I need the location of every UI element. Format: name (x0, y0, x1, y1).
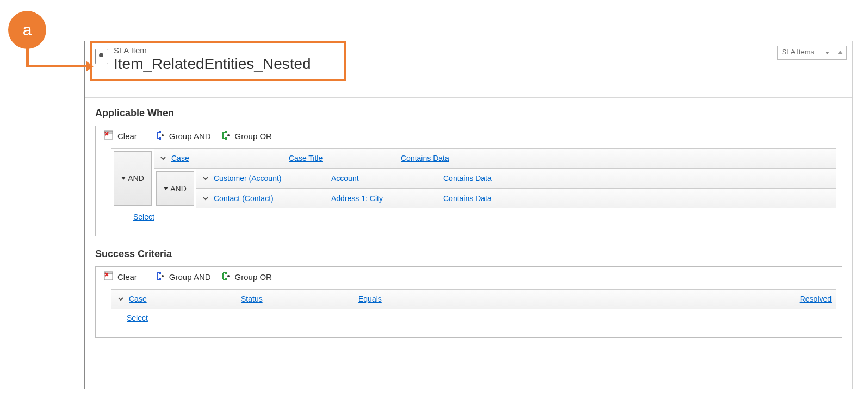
svg-rect-10 (159, 272, 161, 274)
applicable-rules: AND Case Case Title Contains Data (111, 148, 836, 226)
svg-rect-14 (225, 278, 227, 280)
group-and-label: Group AND (169, 272, 211, 282)
operator-link[interactable]: Contains Data (401, 154, 832, 162)
svg-rect-2 (159, 131, 161, 133)
form-panel: SLA Item Item_RelatedEntities_Nested SLA… (84, 41, 853, 389)
record-icon (95, 49, 108, 64)
form-header: SLA Item Item_RelatedEntities_Nested SLA… (85, 41, 852, 81)
svg-rect-5 (225, 131, 227, 133)
select-link[interactable]: Select (127, 314, 148, 322)
callout-badge: a (8, 11, 46, 49)
select-link[interactable]: Select (133, 212, 154, 221)
svg-point-12 (162, 275, 164, 277)
svg-rect-11 (159, 278, 161, 280)
entity-link[interactable]: Contact (Contact) (214, 194, 328, 203)
attribute-link[interactable]: Case Title (289, 154, 398, 162)
attribute-link[interactable]: Account (331, 174, 440, 183)
success-rules: Case Status Equals Resolved Select (111, 289, 836, 327)
rule-row: Case Case Title Contains Data (154, 149, 836, 168)
callout-label: a (23, 21, 32, 39)
expand-button[interactable] (201, 195, 210, 202)
outer-operator-label: AND (128, 174, 144, 183)
toolbar-separator (146, 130, 146, 141)
nested-and-operator[interactable]: AND (156, 171, 194, 206)
operator-link[interactable]: Contains Data (443, 174, 832, 183)
select-row: Select (111, 309, 836, 327)
section-title-applicable: Applicable When (95, 108, 842, 119)
clear-button[interactable]: Clear (100, 129, 140, 143)
attribute-link[interactable]: Address 1: City (331, 194, 440, 203)
callout-arrow (26, 47, 87, 67)
expand-button[interactable] (116, 296, 126, 302)
toolbar-separator (146, 271, 146, 282)
svg-rect-6 (225, 138, 227, 140)
nested-operator-label: AND (170, 184, 187, 193)
group-or-label: Group OR (235, 132, 272, 141)
group-or-icon (221, 271, 232, 283)
record-title: Item_RelatedEntities_Nested (114, 55, 311, 73)
group-or-button[interactable]: Group OR (218, 270, 275, 284)
breadcrumb-dropdown-label[interactable]: SLA Items (778, 46, 834, 59)
dropdown-caret-icon (164, 187, 168, 190)
title-highlight-box: SLA Item Item_RelatedEntities_Nested (90, 41, 346, 81)
entity-link[interactable]: Customer (Account) (214, 174, 328, 183)
entity-type-label: SLA Item (114, 46, 311, 55)
svg-point-7 (227, 134, 230, 136)
expand-button[interactable] (158, 155, 168, 161)
group-or-label: Group OR (235, 272, 272, 282)
expand-button[interactable] (201, 175, 210, 182)
breadcrumb-up-button[interactable] (834, 46, 846, 59)
outer-and-operator[interactable]: AND (114, 151, 152, 206)
clear-button[interactable]: Clear (100, 270, 140, 284)
attribute-link[interactable]: Status (241, 295, 355, 303)
breadcrumb-dropdown[interactable]: SLA Items (777, 46, 847, 60)
success-toolbar: Clear Group AND Group OR (96, 267, 842, 287)
nested-group: AND Customer (Account) Account Contains … (154, 168, 836, 208)
entity-link[interactable]: Case (171, 154, 286, 162)
svg-rect-13 (225, 272, 227, 274)
group-and-button[interactable]: Group AND (152, 270, 214, 284)
operator-link[interactable]: Contains Data (443, 194, 832, 203)
group-and-label: Group AND (169, 132, 211, 141)
applicable-toolbar: Clear Group AND Group OR (96, 126, 842, 146)
svg-rect-3 (159, 138, 161, 140)
svg-point-15 (227, 275, 230, 277)
success-criteria-box: Clear Group AND Group OR (95, 266, 842, 338)
section-title-success: Success Criteria (95, 248, 842, 260)
dropdown-caret-icon (121, 177, 126, 180)
rule-row: Case Status Equals Resolved (111, 290, 836, 309)
entity-link[interactable]: Case (129, 295, 238, 303)
clear-label: Clear (117, 132, 137, 141)
value-link[interactable]: Resolved (800, 295, 832, 303)
operator-link[interactable]: Equals (358, 295, 797, 303)
select-row: Select (111, 208, 836, 226)
clear-icon (103, 130, 114, 142)
group-and-button[interactable]: Group AND (152, 129, 214, 143)
clear-icon (103, 271, 114, 283)
group-and-icon (155, 130, 166, 142)
applicable-when-box: Clear Group AND Group OR (95, 126, 842, 236)
svg-point-4 (162, 134, 164, 136)
group-or-icon (221, 130, 232, 142)
clear-label: Clear (117, 272, 137, 282)
group-and-icon (155, 271, 166, 283)
rule-row: Contact (Contact) Address 1: City Contai… (196, 189, 836, 208)
rule-row: Customer (Account) Account Contains Data (196, 169, 836, 189)
form-content: Applicable When Clear Group AND (85, 97, 852, 338)
group-or-button[interactable]: Group OR (218, 129, 275, 143)
